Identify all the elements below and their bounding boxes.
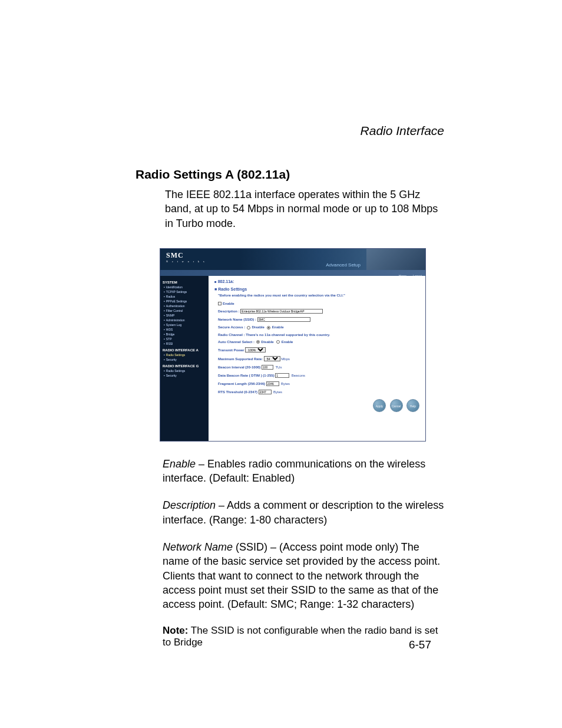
max-rate-select[interactable]: 54 <box>264 356 280 361</box>
sidebar-item-radio-settings-a[interactable]: •Radio Settings <box>163 353 209 357</box>
note-label: Note: <box>163 625 188 636</box>
radio-channel-row: Radio Channel : There's no 11a channel s… <box>218 333 419 337</box>
header-imagery <box>366 249 425 270</box>
sidebar-group-radio-a: RADIO INTERFACE A <box>163 348 209 352</box>
description-input[interactable] <box>240 309 323 314</box>
secure-access-label: Secure Access : <box>218 325 245 329</box>
brand-logo-text: SMC <box>166 251 184 259</box>
frag-row: Fragment Length (256-2346) Bytes <box>218 381 419 386</box>
sidebar-item-administration[interactable]: •Administration <box>163 318 209 322</box>
enable-checkbox[interactable] <box>218 302 222 305</box>
beacon-unit: TUs <box>275 365 282 369</box>
sidebar-item-security-a[interactable]: •Security <box>163 357 209 362</box>
section-title-bold: Radio Settings A <box>135 167 233 181</box>
secure-access-row: Secure Access : Disable Enable <box>218 325 419 329</box>
para-enable: Enable – Enables radio communications on… <box>163 457 444 486</box>
secure-disable-radio[interactable] <box>247 326 250 330</box>
sidebar-group-radio-g: RADIO INTERFACE G <box>163 364 209 368</box>
sidebar-item-wds[interactable]: •WDS <box>163 327 209 332</box>
screenshot-topbar: Home Logout <box>160 270 425 276</box>
sidebar-group-system: SYSTEM <box>163 281 209 284</box>
sidebar: SYSTEM •Identification •TCP/IP Settings … <box>160 276 209 441</box>
embedded-screenshot: SMC N e t w o r k s Advanced Setup Home … <box>160 248 426 442</box>
ssid-row: Network Name (SSID) : <box>218 317 419 322</box>
dtim-row: Data Beacon Rate ( DTIM ) (1-255) Beacon… <box>218 373 419 378</box>
panel-section-title: ■ Radio Settings <box>214 287 419 291</box>
section-intro: The IEEE 802.11a interface operates with… <box>165 187 444 230</box>
sidebar-item-tcpip[interactable]: •TCP/IP Settings <box>163 289 209 294</box>
main-panel: ■802.11a: ■ Radio Settings "Before enabl… <box>209 276 425 441</box>
beacon-row: Beacon Interval (20-1000) TUs <box>218 365 419 370</box>
rts-row: RTS Threshold (0-2347) Bytes <box>218 390 419 394</box>
term-description: Description <box>163 499 216 511</box>
max-rate-row: Maximum Supported Rate: 54 Mbps <box>218 356 419 361</box>
sidebar-item-stp[interactable]: •STP <box>163 337 209 341</box>
ssid-label: Network Name (SSID) : <box>218 318 256 321</box>
apply-button[interactable]: Apply <box>373 399 386 412</box>
dtim-unit: Beacons <box>292 374 305 377</box>
sidebar-item-filter-control[interactable]: •Filter Control <box>163 308 209 313</box>
sidebar-item-authentication[interactable]: •Authentication <box>163 304 209 308</box>
note-text: The SSID is not configurable when the ra… <box>163 625 438 648</box>
secure-enable-radio[interactable] <box>267 326 270 330</box>
sidebar-item-identification[interactable]: •Identification <box>163 285 209 289</box>
enable-label: Enable <box>223 302 234 305</box>
dtim-label: Data Beacon Rate ( DTIM ) (1-255) <box>218 374 275 377</box>
description-label: Description : <box>218 309 240 313</box>
cancel-button[interactable]: Cancel <box>390 399 403 412</box>
beacon-label: Beacon Interval (20-1000) <box>218 365 260 369</box>
cli-warning: "Before enabling the radios you must set… <box>218 294 419 298</box>
frag-input[interactable] <box>266 381 279 386</box>
term-enable: Enable <box>163 458 196 470</box>
dtim-input[interactable] <box>275 373 289 378</box>
ssid-input[interactable] <box>257 317 310 322</box>
note-line: Note: The SSID is not configurable when … <box>163 625 444 648</box>
sidebar-item-bridge[interactable]: •Bridge <box>163 332 209 337</box>
help-button[interactable]: Help <box>406 399 419 412</box>
tx-power-select[interactable]: 100% <box>245 347 266 353</box>
page-header: Radio Interface <box>141 124 444 138</box>
tx-power-label: Transmit Power <box>218 348 244 352</box>
text-enable: – Enables radio communications on the wi… <box>163 458 425 484</box>
description-row: Description : <box>218 309 419 314</box>
auto-channel-row: Auto Channel Select : Disable Enable <box>218 340 419 344</box>
max-rate-unit: Mbps <box>281 357 290 361</box>
rts-label: RTS Threshold (0-2347) <box>218 390 257 394</box>
term-network-name: Network Name <box>163 541 233 553</box>
max-rate-label: Maximum Supported Rate: <box>218 357 263 361</box>
sidebar-item-radius[interactable]: •Radius <box>163 294 209 299</box>
sidebar-item-pppoe[interactable]: •PPPoE Settings <box>163 299 209 304</box>
section-title-rest: (802.11a) <box>233 167 290 181</box>
rts-input[interactable] <box>259 390 272 394</box>
frag-unit: Bytes <box>281 382 290 386</box>
auto-channel-label: Auto Channel Select : <box>218 340 254 344</box>
sidebar-item-radio-settings-g[interactable]: •Radio Settings <box>163 368 209 373</box>
breadcrumb: ■802.11a: <box>214 279 419 284</box>
auto-channel-disable-radio[interactable] <box>256 340 260 344</box>
para-description: Description – Adds a comment or descript… <box>163 498 444 527</box>
tx-power-row: Transmit Power 100% <box>218 347 419 353</box>
sidebar-item-snmp[interactable]: •SNMP <box>163 313 209 318</box>
section-title: Radio Settings A (802.11a) <box>135 167 444 182</box>
sidebar-item-rssi[interactable]: •RSSI <box>163 341 209 346</box>
button-row: Apply Cancel Help <box>214 399 419 412</box>
page-number: 6-57 <box>409 638 431 651</box>
frag-label: Fragment Length (256-2346) <box>218 382 265 386</box>
rts-unit: Bytes <box>273 390 282 394</box>
enable-row: Enable <box>218 302 419 305</box>
sidebar-item-security-g[interactable]: •Security <box>163 373 209 378</box>
beacon-input[interactable] <box>262 365 273 370</box>
para-network-name: Network Name (SSID) – (Access point mode… <box>163 540 444 611</box>
sidebar-item-system-log[interactable]: •System Log <box>163 322 209 327</box>
auto-channel-enable-radio[interactable] <box>276 340 280 344</box>
screenshot-header: SMC N e t w o r k s Advanced Setup <box>160 249 425 270</box>
header-mode-label: Advanced Setup <box>326 262 361 268</box>
